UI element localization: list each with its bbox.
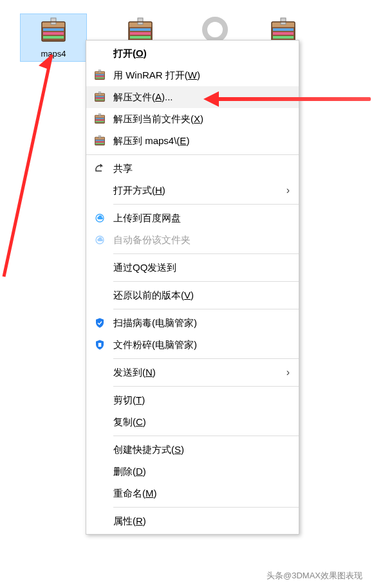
shield-icon xyxy=(93,338,107,352)
annotation-line xyxy=(0,51,84,283)
separator xyxy=(113,358,299,359)
menu-open[interactable]: 打开(O) xyxy=(86,42,299,64)
separator xyxy=(86,154,299,155)
menu-label: 扫描病毒(电脑管家) xyxy=(113,317,290,329)
menu-label: 解压到当前文件夹(X) xyxy=(113,113,290,125)
blank-icon xyxy=(93,486,107,501)
menu-label: 复制(C) xyxy=(113,416,290,428)
menu-label: 自动备份该文件夹 xyxy=(113,234,290,246)
menu-label: 属性(R) xyxy=(113,515,290,528)
menu-extract-to[interactable]: 解压到 maps4\(E) xyxy=(86,130,299,152)
separator xyxy=(113,507,299,508)
rar-archive-icon xyxy=(93,112,107,126)
menu-properties[interactable]: 属性(R) xyxy=(86,510,299,532)
shield-icon xyxy=(93,316,107,330)
menu-label: 删除(D) xyxy=(113,466,290,478)
separator xyxy=(113,309,299,309)
share-icon xyxy=(93,161,107,176)
chevron-right-icon: › xyxy=(286,367,290,378)
blank-icon xyxy=(93,415,107,429)
rar-archive-icon xyxy=(93,68,107,82)
menu-label: 文件粉碎(电脑管家) xyxy=(113,339,290,351)
menu-scan[interactable]: 扫描病毒(电脑管家) xyxy=(86,312,299,334)
menu-baidu-backup: 自动备份该文件夹 xyxy=(86,229,299,251)
blank-icon xyxy=(93,46,107,60)
blank-icon xyxy=(93,288,107,302)
menu-rename[interactable]: 重命名(M) xyxy=(86,482,299,504)
blank-icon xyxy=(93,365,107,380)
menu-label: 共享 xyxy=(113,163,290,175)
separator xyxy=(113,204,299,205)
separator xyxy=(113,386,299,387)
blank-icon xyxy=(93,261,107,275)
menu-label: 发送到(N) xyxy=(113,367,286,379)
menu-copy[interactable]: 复制(C) xyxy=(86,411,299,433)
separator xyxy=(113,436,299,436)
menu-label: 打开(O) xyxy=(113,48,290,60)
menu-extract-here[interactable]: 解压到当前文件夹(X) xyxy=(86,108,299,130)
separator xyxy=(113,253,299,254)
menu-send-to[interactable]: 发送到(N) › xyxy=(86,362,299,383)
menu-label: 通过QQ发送到 xyxy=(113,262,290,274)
blank-icon xyxy=(93,393,107,407)
menu-shred[interactable]: 文件粉碎(电脑管家) xyxy=(86,334,299,356)
rar-archive-icon xyxy=(38,15,69,46)
rar-archive-icon xyxy=(93,90,107,104)
menu-cut[interactable]: 剪切(T) xyxy=(86,389,299,411)
watermark-text: 头条@3DMAX效果图表现 xyxy=(266,570,362,582)
cloud-icon xyxy=(93,211,107,225)
menu-share[interactable]: 共享 xyxy=(86,158,299,179)
blank-icon xyxy=(93,443,107,457)
menu-restore[interactable]: 还原以前的版本(V) xyxy=(86,284,299,306)
menu-label: 剪切(T) xyxy=(113,394,290,407)
menu-baidu-upload[interactable]: 上传到百度网盘 xyxy=(86,207,299,229)
context-menu: 打开(O) 用 WinRAR 打开(W) 解压文件(A)... 解压到当前文件夹… xyxy=(86,40,299,535)
cloud-icon xyxy=(93,233,107,247)
menu-delete[interactable]: 删除(D) xyxy=(86,461,299,482)
menu-label: 创建快捷方式(S) xyxy=(113,444,290,456)
blank-icon xyxy=(93,514,107,528)
menu-label: 重命名(M) xyxy=(113,488,290,500)
chevron-right-icon: › xyxy=(286,185,290,196)
rar-archive-icon xyxy=(93,134,107,148)
menu-qq-send[interactable]: 通过QQ发送到 xyxy=(86,257,299,279)
menu-label: 解压文件(A)... xyxy=(113,91,290,104)
file-item-maps4[interactable]: maps4 xyxy=(20,14,87,62)
menu-open-with[interactable]: 打开方式(H) › xyxy=(86,179,299,201)
disc-icon xyxy=(202,17,228,42)
menu-label: 还原以前的版本(V) xyxy=(113,289,290,302)
svg-line-10 xyxy=(4,55,51,277)
menu-winrar-open[interactable]: 用 WinRAR 打开(W) xyxy=(86,64,299,86)
menu-label: 打开方式(H) xyxy=(113,185,286,197)
menu-label: 上传到百度网盘 xyxy=(113,212,290,225)
menu-shortcut[interactable]: 创建快捷方式(S) xyxy=(86,439,299,461)
menu-extract-files[interactable]: 解压文件(A)... xyxy=(86,86,299,108)
svg-rect-9 xyxy=(98,343,102,347)
blank-icon xyxy=(93,183,107,198)
file-label: maps4 xyxy=(41,49,66,59)
menu-label: 用 WinRAR 打开(W) xyxy=(113,69,290,82)
separator xyxy=(113,281,299,282)
menu-label: 解压到 maps4\(E) xyxy=(113,135,290,147)
blank-icon xyxy=(93,464,107,479)
